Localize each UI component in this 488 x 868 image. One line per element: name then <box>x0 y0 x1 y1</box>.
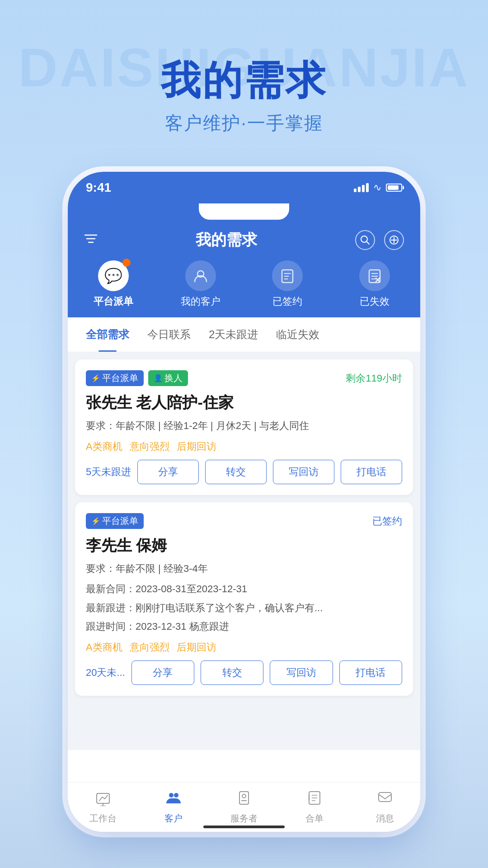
transfer-button-1[interactable]: 转交 <box>205 460 267 484</box>
change-badge-1: 👤 换人 <box>148 370 188 386</box>
bottom-nav: 工作台 客户 服务者 <box>68 782 420 832</box>
service-icon <box>236 790 252 810</box>
card-1-name: 张先生 老人陪护-住家 <box>86 392 402 413</box>
tab-my-client[interactable]: 我的客户 <box>160 260 242 308</box>
card-1-header: ⚡ 平台派单 👤 换人 剩余119小时 <box>86 370 402 386</box>
tab-expired[interactable]: 已失效 <box>333 260 416 308</box>
call-button-2[interactable]: 打电话 <box>339 660 402 685</box>
workbench-icon <box>95 790 111 810</box>
nav-bar: 我的需求 <box>68 220 420 260</box>
card-1-tags: ⚡ 平台派单 👤 换人 <box>86 370 188 386</box>
card-2-contract: 最新合同：2023-08-31至2023-12-31 <box>86 581 402 597</box>
card-1-actions: 5天未跟进 分享 转交 写回访 打电话 <box>86 460 402 484</box>
filter-icon[interactable] <box>84 232 98 248</box>
transfer-button-2[interactable]: 转交 <box>201 660 263 685</box>
svg-line-4 <box>366 241 369 244</box>
card-2-tags: ⚡ 平台派单 <box>86 513 144 529</box>
status-bar: 9:41 ∿ <box>68 172 420 203</box>
card-1-no-follow-days: 5天未跟进 <box>86 465 131 479</box>
category-tabs: 💬 平台派单 我的客户 <box>68 260 420 317</box>
tab-signed[interactable]: 已签约 <box>246 260 329 308</box>
filter-tabs: 全部需求 今日联系 2天未跟进 临近失效 <box>68 317 420 352</box>
status-time: 9:41 <box>86 180 111 195</box>
card-2-name: 李先生 保姆 <box>86 535 402 556</box>
workbench-label: 工作台 <box>89 812 117 825</box>
card-2-no-follow-days: 20天未... <box>86 666 125 679</box>
home-indicator <box>203 826 285 828</box>
opp-tag-a-2: A类商机 <box>86 641 122 654</box>
filter-tab-no-follow[interactable]: 2天未跟进 <box>200 317 267 352</box>
share-button-1[interactable]: 分享 <box>137 460 199 484</box>
write-followup-button-1[interactable]: 写回访 <box>273 460 334 484</box>
wifi-icon: ∿ <box>373 182 381 193</box>
opp-tag-intent-2: 意向强烈 <box>130 641 169 654</box>
nav-title: 我的需求 <box>196 230 257 250</box>
contract-label: 合单 <box>305 812 324 825</box>
bottom-nav-client[interactable]: 客户 <box>138 790 209 825</box>
card-1-req: 要求：年龄不限 | 经验1-2年 | 月休2天 | 与老人同住 <box>86 418 402 434</box>
message-label: 消息 <box>376 812 394 825</box>
filter-tab-near-expire[interactable]: 临近失效 <box>267 317 328 352</box>
status-icons: ∿ <box>354 182 402 193</box>
message-icon <box>377 790 393 810</box>
card-2-opp-tags: A类商机 意向强烈 后期回访 <box>86 641 402 654</box>
client-icon <box>165 790 182 810</box>
card-1: ⚡ 平台派单 👤 换人 剩余119小时 张先生 老人陪护-住家 要求：年龄不限 … <box>75 359 413 495</box>
notch-cutout <box>199 203 289 220</box>
opp-tag-intent: 意向强烈 <box>130 440 169 453</box>
content-area: 全部需求 今日联系 2天未跟进 临近失效 ⚡ 平台派单 👤 换人 剩余119小时 <box>68 317 420 750</box>
svg-point-23 <box>174 793 178 797</box>
bottom-nav-contract[interactable]: 合单 <box>279 790 350 825</box>
filter-tab-today[interactable]: 今日联系 <box>138 317 200 352</box>
page-title: 我的需求 <box>0 59 488 103</box>
card-2: ⚡ 平台派单 已签约 李先生 保姆 要求：年龄不限 | 经验3-4年 最新合同：… <box>75 502 413 696</box>
bottom-nav-service[interactable]: 服务者 <box>209 790 279 825</box>
card-2-req: 要求：年龄不限 | 经验3-4年 <box>86 561 402 576</box>
search-button[interactable] <box>355 230 375 250</box>
add-button[interactable] <box>384 230 404 250</box>
nav-right-icons <box>355 230 404 250</box>
contract-icon <box>306 790 323 810</box>
filter-tab-all[interactable]: 全部需求 <box>77 317 138 352</box>
share-button-2[interactable]: 分享 <box>131 660 194 685</box>
opp-tag-followup-2: 后期回访 <box>177 641 216 654</box>
client-label: 客户 <box>164 812 183 825</box>
card-2-header: ⚡ 平台派单 已签约 <box>86 513 402 529</box>
opp-tag-a: A类商机 <box>86 440 122 453</box>
svg-point-22 <box>169 793 174 797</box>
service-label: 服务者 <box>230 812 258 825</box>
page-header: 我的需求 客户维护·一手掌握 <box>0 0 488 136</box>
svg-rect-33 <box>379 793 391 802</box>
bottom-nav-workbench[interactable]: 工作台 <box>68 790 138 825</box>
signed-badge-2: 已签约 <box>372 514 402 528</box>
call-button-1[interactable]: 打电话 <box>341 460 402 484</box>
tab-platform[interactable]: 💬 平台派单 <box>72 260 155 308</box>
platform-badge-2: ⚡ 平台派单 <box>86 513 144 529</box>
card-1-opp-tags: A类商机 意向强烈 后期回访 <box>86 440 402 453</box>
phone-mockup: 9:41 ∿ 我的需求 <box>68 172 420 832</box>
opp-tag-followup: 后期回访 <box>177 440 216 453</box>
signal-icon <box>354 183 369 192</box>
phone-notch <box>68 203 420 220</box>
card-2-actions: 20天未... 分享 转交 写回访 打电话 <box>86 660 402 685</box>
battery-icon <box>386 184 402 192</box>
svg-point-25 <box>242 794 246 798</box>
bottom-nav-message[interactable]: 消息 <box>350 790 420 825</box>
card-2-follow-time: 跟进时间：2023-12-31 杨意跟进 <box>86 618 402 634</box>
platform-badge-1: ⚡ 平台派单 <box>86 370 144 386</box>
page-subtitle: 客户维护·一手掌握 <box>0 111 488 136</box>
remaining-badge-1: 剩余119小时 <box>346 372 402 385</box>
write-followup-button-2[interactable]: 写回访 <box>270 660 333 685</box>
card-2-follow: 最新跟进：刚刚打电话联系了这个客户，确认客户有... <box>86 600 402 616</box>
